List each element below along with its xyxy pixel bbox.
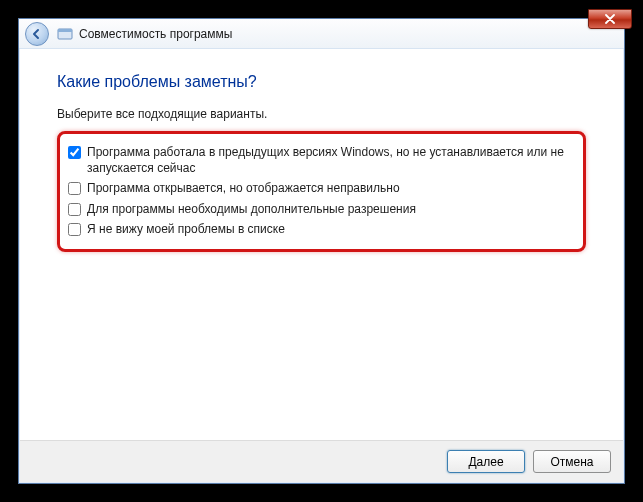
option-checkbox[interactable] <box>68 146 81 159</box>
footer: Далее Отмена <box>20 440 623 482</box>
next-button[interactable]: Далее <box>447 450 525 473</box>
options-group: Программа работала в предыдущих версиях … <box>57 131 586 252</box>
option-label: Программа работала в предыдущих версиях … <box>87 144 575 176</box>
option-checkbox[interactable] <box>68 182 81 195</box>
page-heading: Какие проблемы заметны? <box>57 73 586 91</box>
cancel-button[interactable]: Отмена <box>533 450 611 473</box>
option-label: Программа открывается, но отображается н… <box>87 180 575 196</box>
content-area: Какие проблемы заметны? Выберите все под… <box>19 49 624 252</box>
arrow-left-icon <box>31 28 43 40</box>
svg-rect-1 <box>58 29 72 32</box>
option-previous-versions[interactable]: Программа работала в предыдущих версиях … <box>68 142 575 178</box>
option-checkbox[interactable] <box>68 203 81 216</box>
wizard-window: Совместимость программы Какие проблемы з… <box>18 18 625 484</box>
option-not-listed[interactable]: Я не вижу моей проблемы в списке <box>68 219 575 239</box>
instruction-text: Выберите все подходящие варианты. <box>57 107 586 121</box>
option-needs-permissions[interactable]: Для программы необходимы дополнительные … <box>68 199 575 219</box>
option-label: Для программы необходимы дополнительные … <box>87 201 575 217</box>
titlebar: Совместимость программы <box>19 19 624 49</box>
option-displays-wrong[interactable]: Программа открывается, но отображается н… <box>68 178 575 198</box>
close-button[interactable] <box>588 9 632 29</box>
close-icon <box>605 14 615 24</box>
window-title: Совместимость программы <box>79 27 232 41</box>
app-icon <box>57 26 73 42</box>
back-button[interactable] <box>25 22 49 46</box>
option-label: Я не вижу моей проблемы в списке <box>87 221 575 237</box>
option-checkbox[interactable] <box>68 223 81 236</box>
